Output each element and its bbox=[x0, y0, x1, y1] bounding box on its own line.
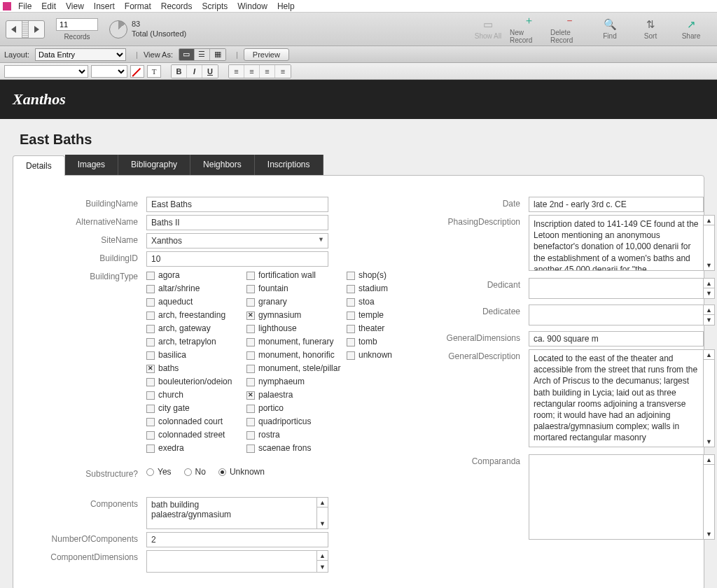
comparanda-field[interactable]: ▲▼ bbox=[529, 454, 715, 540]
spinner-up-icon[interactable]: ▲ bbox=[317, 551, 328, 561]
bold-button[interactable]: B bbox=[172, 65, 187, 78]
spinner-down-icon[interactable]: ▼ bbox=[317, 519, 328, 528]
sitename-select[interactable] bbox=[146, 233, 328, 248]
buildingtype-checkbox[interactable]: rostra bbox=[246, 429, 341, 441]
record-slider[interactable] bbox=[22, 21, 29, 38]
tab-details[interactable]: Details bbox=[13, 155, 65, 176]
align-left-button[interactable]: ≡ bbox=[229, 65, 244, 78]
buildingtype-checkbox[interactable]: theater bbox=[347, 323, 410, 335]
spinner-down-icon[interactable]: ▼ bbox=[704, 315, 714, 325]
spinner-up-icon[interactable]: ▲ bbox=[704, 455, 714, 465]
tab-inscriptions[interactable]: Inscriptions bbox=[255, 155, 323, 175]
buildingtype-checkbox[interactable]: palaestra bbox=[246, 389, 341, 401]
buildingtype-checkbox[interactable]: stadium bbox=[347, 283, 410, 295]
italic-button[interactable]: I bbox=[187, 65, 202, 78]
show-all-button[interactable]: ▭Show All bbox=[468, 13, 508, 46]
tab-images[interactable]: Images bbox=[65, 155, 118, 175]
spinner-up-icon[interactable]: ▲ bbox=[704, 305, 714, 315]
buildingtype-checkbox[interactable]: basilica bbox=[146, 349, 241, 361]
buildingtype-checkbox[interactable]: shop(s) bbox=[347, 270, 410, 281]
spinner-up-icon[interactable]: ▲ bbox=[704, 216, 714, 225]
menu-records[interactable]: Records bbox=[157, 1, 197, 12]
substructure-radio[interactable]: Unknown bbox=[218, 467, 265, 477]
date-field[interactable] bbox=[529, 197, 704, 212]
spinner-up-icon[interactable]: ▲ bbox=[317, 498, 328, 507]
menu-format[interactable]: Format bbox=[120, 1, 155, 12]
new-record-button[interactable]: ＋New Record bbox=[508, 13, 549, 46]
buildingname-field[interactable] bbox=[146, 197, 328, 212]
buildingtype-checkbox[interactable]: tomb bbox=[347, 336, 410, 348]
buildingtype-checkbox[interactable]: temple bbox=[347, 309, 410, 321]
spinner-down-icon[interactable]: ▼ bbox=[317, 562, 328, 572]
buildingtype-checkbox[interactable]: stoa bbox=[347, 296, 410, 308]
current-record-input[interactable] bbox=[56, 18, 98, 31]
numcomponents-field[interactable] bbox=[146, 532, 328, 547]
buildingtype-checkbox[interactable]: baths bbox=[146, 363, 241, 374]
buildingtype-checkbox[interactable]: unknown bbox=[347, 349, 410, 361]
fill-color-button[interactable] bbox=[130, 65, 144, 78]
next-record-button[interactable] bbox=[29, 21, 44, 38]
size-select[interactable] bbox=[91, 65, 127, 78]
view-list-button[interactable]: ☰ bbox=[195, 49, 210, 60]
buildingtype-checkbox[interactable]: exedra bbox=[146, 442, 241, 454]
font-select[interactable] bbox=[4, 65, 88, 78]
dedicant-field[interactable]: ▲▼ bbox=[529, 278, 715, 299]
buildingid-field[interactable] bbox=[146, 251, 328, 267]
menu-scripts[interactable]: Scripts bbox=[198, 1, 232, 12]
buildingtype-checkbox[interactable]: arch, tetrapylon bbox=[146, 336, 241, 348]
tab-bibliography[interactable]: Bibliography bbox=[118, 155, 190, 175]
buildingtype-checkbox[interactable]: granary bbox=[246, 296, 341, 308]
buildingtype-checkbox[interactable]: nymphaeum bbox=[246, 376, 341, 388]
layout-select[interactable]: Data Entry bbox=[35, 48, 126, 61]
share-button[interactable]: ↗Share bbox=[671, 13, 711, 46]
spinner-down-icon[interactable]: ▼ bbox=[704, 437, 714, 447]
phasing-field[interactable]: Inscription dated to 141-149 CE found at… bbox=[529, 215, 715, 271]
menu-window[interactable]: Window bbox=[233, 1, 272, 12]
menu-file[interactable]: File bbox=[14, 1, 36, 12]
buildingtype-checkbox[interactable]: aqueduct bbox=[146, 296, 241, 308]
buildingtype-checkbox[interactable]: fortification wall bbox=[246, 270, 341, 281]
spinner-down-icon[interactable]: ▼ bbox=[704, 288, 714, 298]
find-button[interactable]: 🔍Find bbox=[590, 13, 630, 46]
generaldimensions-field[interactable] bbox=[529, 331, 704, 346]
components-field[interactable]: bath building palaestra/gynmasium▲▼ bbox=[146, 497, 328, 529]
buildingtype-checkbox[interactable]: fountain bbox=[246, 283, 341, 295]
buildingtype-checkbox[interactable]: church bbox=[146, 389, 241, 401]
buildingtype-checkbox[interactable]: arch, freestanding bbox=[146, 309, 241, 321]
buildingtype-checkbox[interactable]: agora bbox=[146, 270, 241, 281]
prev-record-button[interactable] bbox=[6, 21, 22, 38]
buildingtype-checkbox[interactable]: bouleuterion/odeion bbox=[146, 376, 241, 388]
underline-button[interactable]: U bbox=[202, 65, 218, 78]
buildingtype-checkbox[interactable]: scaenae frons bbox=[246, 442, 341, 454]
buildingtype-checkbox[interactable]: portico bbox=[246, 402, 341, 414]
menu-view[interactable]: View bbox=[62, 1, 88, 12]
generaldescription-field[interactable]: Located to the east of the theater and a… bbox=[529, 349, 715, 447]
buildingtype-checkbox[interactable]: altar/shrine bbox=[146, 283, 241, 295]
buildingtype-checkbox[interactable]: colonnaded court bbox=[146, 416, 241, 428]
spinner-up-icon[interactable]: ▲ bbox=[704, 279, 714, 288]
spinner-down-icon[interactable]: ▼ bbox=[704, 529, 714, 539]
menu-help[interactable]: Help bbox=[273, 1, 299, 12]
delete-record-button[interactable]: －Delete Record bbox=[549, 13, 590, 46]
spinner-up-icon[interactable]: ▲ bbox=[704, 350, 714, 360]
buildingtype-checkbox[interactable]: monument, honorific bbox=[246, 349, 341, 361]
align-center-button[interactable]: ≡ bbox=[244, 65, 260, 78]
buildingtype-checkbox[interactable]: monument, funerary bbox=[246, 336, 341, 348]
buildingtype-checkbox[interactable]: monument, stele/pillar bbox=[246, 363, 341, 374]
alternativename-field[interactable] bbox=[146, 215, 328, 230]
substructure-radio[interactable]: Yes bbox=[146, 467, 172, 477]
sort-button[interactable]: ⇅Sort bbox=[630, 13, 671, 46]
align-justify-button[interactable]: ≡ bbox=[275, 65, 291, 78]
buildingtype-checkbox[interactable]: quadriporticus bbox=[246, 416, 341, 428]
menu-edit[interactable]: Edit bbox=[37, 1, 60, 12]
view-table-button[interactable]: ▦ bbox=[210, 49, 225, 60]
preview-button[interactable]: Preview bbox=[244, 48, 289, 61]
substructure-radio[interactable]: No bbox=[184, 467, 206, 477]
buildingtype-checkbox[interactable]: lighthouse bbox=[246, 323, 341, 335]
menu-insert[interactable]: Insert bbox=[90, 1, 119, 12]
buildingtype-checkbox[interactable]: colonnaded street bbox=[146, 429, 241, 441]
componentdimensions-field[interactable]: ▲▼ bbox=[146, 550, 328, 573]
text-color-button[interactable]: T bbox=[147, 65, 161, 78]
buildingtype-checkbox[interactable]: city gate bbox=[146, 402, 241, 414]
align-right-button[interactable]: ≡ bbox=[260, 65, 275, 78]
